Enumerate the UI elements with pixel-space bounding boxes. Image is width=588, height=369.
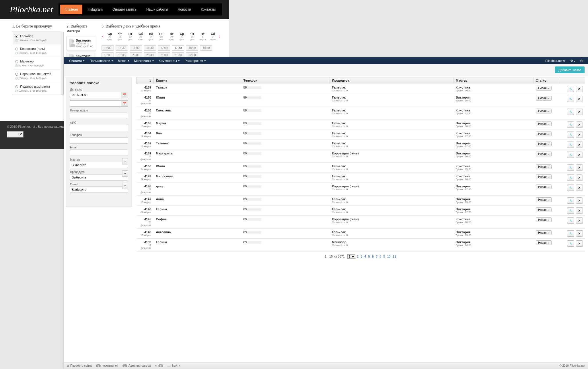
delete-icon[interactable]: ✕: [576, 164, 583, 171]
procedure-item[interactable]: Маникюр 50 мин.от 500 руб.: [12, 57, 61, 70]
procedure-item[interactable]: Педикюр (комплекс) 120 мин.от 1000 руб.: [12, 82, 61, 95]
day-cell[interactable]: Ср20 фев.: [105, 32, 114, 41]
name-input[interactable]: [70, 125, 128, 131]
edit-icon[interactable]: ✎: [567, 197, 574, 204]
delete-icon[interactable]: ✕: [576, 86, 583, 92]
status-dropdown[interactable]: Новая▼: [536, 185, 552, 189]
add-order-button[interactable]: Добавить заказ: [555, 66, 585, 73]
edit-icon[interactable]: ✎: [567, 152, 574, 158]
page-link[interactable]: 4: [364, 255, 366, 258]
menu-item[interactable]: Система▼: [67, 58, 87, 64]
procedure-select[interactable]: [70, 174, 128, 180]
next-week-icon[interactable]: ›: [218, 34, 221, 39]
page-link[interactable]: 5: [368, 255, 370, 258]
delete-icon[interactable]: ✕: [576, 217, 583, 224]
page-link[interactable]: 10: [387, 255, 390, 258]
order-num-input[interactable]: [70, 113, 128, 119]
chevron-down-icon[interactable]: ▼: [122, 183, 128, 189]
edit-icon[interactable]: ✎: [567, 174, 574, 181]
day-cell[interactable]: Вт26 фев.: [167, 32, 176, 41]
master-select[interactable]: [70, 162, 128, 168]
page-link[interactable]: 3: [361, 255, 362, 258]
menu-item[interactable]: Меню▼: [116, 58, 132, 64]
nav-item[interactable]: Наши работы: [142, 5, 173, 14]
status-dropdown[interactable]: Новая▼: [536, 96, 552, 101]
col-phone[interactable]: Телефон: [241, 77, 330, 84]
menu-item[interactable]: Пользователи▼: [87, 58, 116, 64]
status-dropdown[interactable]: Новая▼: [536, 164, 552, 169]
view-site-link[interactable]: ⧉Просмотр сайта: [67, 364, 92, 368]
edit-icon[interactable]: ✎: [567, 164, 574, 171]
date-from-input[interactable]: [70, 92, 121, 98]
date-to-input[interactable]: [70, 100, 121, 107]
day-cell[interactable]: Пн25 фев.: [156, 32, 166, 41]
status-dropdown[interactable]: Новая▼: [536, 217, 552, 222]
delete-icon[interactable]: ✕: [576, 174, 583, 181]
status-dropdown[interactable]: Новая▼: [536, 197, 552, 202]
gear-icon[interactable]: ⚙▼: [568, 59, 577, 63]
edit-icon[interactable]: ✎: [567, 240, 574, 247]
site-link[interactable]: Pilochka.net ⧉: [543, 58, 567, 64]
edit-icon[interactable]: ✎: [567, 109, 574, 115]
prev-week-icon[interactable]: ‹: [102, 34, 104, 39]
page-link[interactable]: 9: [383, 255, 385, 258]
time-slot[interactable]: 15:00: [102, 45, 114, 51]
chevron-down-icon[interactable]: ▼: [122, 158, 128, 164]
procedure-item[interactable]: Коррекция (гель) 150 мин.от 1100 руб.: [12, 44, 61, 57]
page-link[interactable]: 8: [379, 255, 381, 258]
day-cell[interactable]: Пт22 фев.: [125, 32, 135, 41]
col-procedure[interactable]: Процедура: [330, 77, 453, 84]
day-cell[interactable]: Пт1 марта: [198, 32, 207, 41]
status-dropdown[interactable]: Новая▼: [536, 142, 552, 146]
delete-icon[interactable]: ✕: [576, 142, 583, 148]
status-dropdown[interactable]: Новая▼: [536, 131, 552, 136]
nav-item[interactable]: Контакты: [196, 5, 220, 14]
col-id[interactable]: #: [137, 77, 154, 84]
page-link[interactable]: 7: [376, 255, 377, 258]
delete-icon[interactable]: ✕: [576, 230, 583, 237]
phone-input[interactable]: [70, 137, 128, 144]
col-client[interactable]: Клиент: [154, 77, 241, 84]
status-select[interactable]: [70, 187, 128, 193]
procedure-item[interactable]: Гель-лак 120 мин.от 1000 руб.: [12, 32, 61, 44]
procedures-list[interactable]: Гель-лак 120 мин.от 1000 руб. Коррекция …: [12, 32, 61, 95]
time-slot[interactable]: 18:00: [186, 45, 198, 51]
delete-icon[interactable]: ✕: [576, 207, 583, 214]
edit-icon[interactable]: ✎: [567, 207, 574, 214]
nav-item[interactable]: Онлайн запись: [108, 5, 141, 14]
edit-icon[interactable]: ✎: [567, 142, 574, 148]
status-dropdown[interactable]: Новая▼: [536, 207, 552, 212]
col-status[interactable]: Статус: [534, 77, 559, 84]
nav-item[interactable]: instagram: [83, 5, 107, 14]
edit-icon[interactable]: ✎: [567, 131, 574, 138]
nav-item[interactable]: Главная: [60, 5, 83, 14]
messages-link[interactable]: ✉0: [155, 364, 163, 368]
pager-current-select[interactable]: 1: [347, 254, 355, 259]
status-dropdown[interactable]: Новая▼: [536, 109, 552, 113]
time-slot[interactable]: 15:30: [116, 45, 128, 51]
page-link[interactable]: 2: [357, 255, 359, 258]
logout-link[interactable]: —Выйти: [167, 364, 180, 368]
delete-icon[interactable]: ✕: [576, 96, 583, 102]
chevron-down-icon[interactable]: ▼: [122, 170, 128, 177]
edit-icon[interactable]: ✎: [567, 121, 574, 128]
power-icon[interactable]: ⏻: [579, 59, 585, 62]
page-link[interactable]: 11: [393, 255, 396, 258]
delete-icon[interactable]: ✕: [576, 185, 583, 191]
edit-icon[interactable]: ✎: [567, 185, 574, 191]
time-slot[interactable]: 18:30: [200, 45, 212, 51]
time-slot[interactable]: 17:00: [158, 45, 170, 51]
procedure-item[interactable]: Наращивание ногтей 180 мин.от 1400 руб.: [12, 70, 61, 82]
status-dropdown[interactable]: Новая▼: [536, 121, 552, 126]
status-dropdown[interactable]: Новая▼: [536, 152, 552, 156]
nav-item[interactable]: Новости: [173, 5, 196, 14]
delete-icon[interactable]: ✕: [576, 131, 583, 138]
day-cell[interactable]: Сб2 марта: [208, 32, 218, 41]
delete-icon[interactable]: ✕: [576, 152, 583, 158]
day-cell[interactable]: Сб23 фев.: [136, 32, 145, 41]
day-cell[interactable]: Вс24 фев.: [146, 32, 156, 41]
calendar-icon[interactable]: 📅: [121, 100, 128, 107]
status-dropdown[interactable]: Новая▼: [536, 240, 552, 245]
edit-icon[interactable]: ✎: [567, 230, 574, 237]
email-input[interactable]: [70, 150, 128, 156]
